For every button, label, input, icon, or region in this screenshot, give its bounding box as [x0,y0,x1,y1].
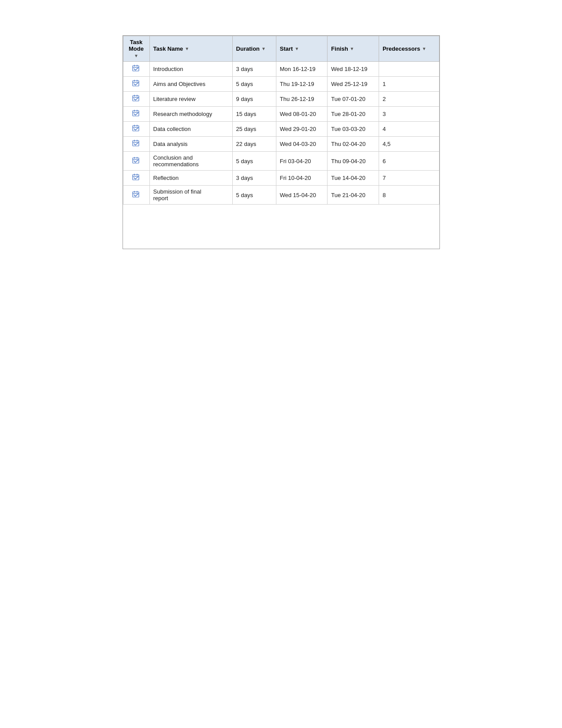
task-name-cell: Submission of finalreport [149,186,232,205]
task-name-cell: Reflection [149,171,232,186]
table-row[interactable]: Reflection3 daysFri 10-04-20Tue 14-04-20… [123,171,439,186]
task-name-cell: Literature review [149,92,232,107]
task-mode-icon [132,157,140,166]
finish-cell: Tue 28-01-20 [328,107,379,122]
predecessors-dropdown-icon[interactable]: ▼ [422,46,426,51]
duration-cell: 3 days [232,62,276,77]
table-row[interactable]: Research methodology15 daysWed 08-01-20T… [123,107,439,122]
task-mode-icon [132,139,140,149]
task-mode-cell [123,62,149,77]
finish-dropdown-icon[interactable]: ▼ [350,46,354,51]
task-name-text: Aims and Objectives [153,81,206,87]
duration-cell: 5 days [232,186,276,205]
header-finish-label: Finish [331,45,348,52]
finish-cell: Wed 18-12-19 [328,62,379,77]
task-mode-icon [132,124,140,134]
finish-cell: Thu 02-04-20 [328,137,379,152]
predecessors-cell: 4,5 [379,137,439,152]
start-cell: Wed 04-03-20 [276,137,328,152]
predecessors-cell: 6 [379,152,439,171]
task-name-cell: Data analysis [149,137,232,152]
task-mode-icon [132,94,140,104]
duration-cell: 3 days [232,171,276,186]
header-predecessors[interactable]: Predecessors ▼ [379,36,439,62]
extra-space [123,205,439,249]
task-name-cell: Research methodology [149,107,232,122]
task-name-cell: Introduction [149,62,232,77]
predecessors-cell: 8 [379,186,439,205]
header-task-name-label: Task Name [153,45,183,52]
table-row[interactable]: Data analysis22 daysWed 04-03-20Thu 02-0… [123,137,439,152]
header-task-mode-line2: Mode [127,45,146,52]
duration-cell: 25 days [232,122,276,137]
task-mode-icon [132,64,140,74]
task-mode-cell [123,107,149,122]
task-mode-cell [123,152,149,171]
task-name-text: Literature review [153,96,196,102]
task-name-text: Data collection [153,126,191,132]
duration-cell: 5 days [232,77,276,92]
finish-cell: Tue 21-04-20 [328,186,379,205]
table-row[interactable]: Submission of finalreport5 daysWed 15-04… [123,186,439,205]
duration-cell: 15 days [232,107,276,122]
task-name-text: Submission of final [153,188,201,195]
header-duration-label: Duration [236,45,260,52]
task-name-cell: Data collection [149,122,232,137]
start-cell: Fri 10-04-20 [276,171,328,186]
header-start[interactable]: Start ▼ [276,36,328,62]
duration-dropdown-icon[interactable]: ▼ [261,46,266,51]
finish-cell: Tue 07-01-20 [328,92,379,107]
task-name-cell: Aims and Objectives [149,77,232,92]
finish-cell: Tue 14-04-20 [328,171,379,186]
duration-cell: 9 days [232,92,276,107]
start-cell: Wed 15-04-20 [276,186,328,205]
start-cell: Mon 16-12-19 [276,62,328,77]
start-cell: Fri 03-04-20 [276,152,328,171]
finish-cell: Thu 09-04-20 [328,152,379,171]
task-name-cell: Conclusion andrecommendations [149,152,232,171]
task-mode-cell [123,171,149,186]
predecessors-cell: 1 [379,77,439,92]
start-cell: Thu 26-12-19 [276,92,328,107]
table-row[interactable]: Literature review9 daysThu 26-12-19Tue 0… [123,92,439,107]
header-task-mode[interactable]: Task Mode ▼ [123,36,149,62]
task-mode-cell [123,77,149,92]
table-row[interactable]: Data collection25 daysWed 29-01-20Tue 03… [123,122,439,137]
task-mode-icon [132,190,140,200]
task-name-text: report [153,195,168,202]
start-cell: Wed 08-01-20 [276,107,328,122]
start-dropdown-icon[interactable]: ▼ [294,46,299,51]
predecessors-cell: 4 [379,122,439,137]
task-name-text: Conclusion and [153,154,193,161]
task-mode-icon [132,109,140,119]
start-cell: Wed 29-01-20 [276,122,328,137]
table-row[interactable]: Introduction3 daysMon 16-12-19Wed 18-12-… [123,62,439,77]
task-name-text: recommendations [153,161,199,168]
task-mode-dropdown-icon[interactable]: ▼ [134,53,138,58]
predecessors-cell [379,62,439,77]
duration-cell: 22 days [232,137,276,152]
predecessors-cell: 7 [379,171,439,186]
task-mode-cell [123,137,149,152]
table-row[interactable]: Aims and Objectives5 daysThu 19-12-19Wed… [123,77,439,92]
task-name-dropdown-icon[interactable]: ▼ [185,46,189,51]
header-task-mode-line1: Task [127,39,146,45]
header-duration[interactable]: Duration ▼ [232,36,276,62]
header-predecessors-label: Predecessors [383,45,420,52]
header-finish[interactable]: Finish ▼ [328,36,379,62]
duration-cell: 5 days [232,152,276,171]
header-task-name[interactable]: Task Name ▼ [149,36,232,62]
finish-cell: Wed 25-12-19 [328,77,379,92]
task-name-text: Data analysis [153,141,188,147]
predecessors-cell: 3 [379,107,439,122]
project-table: Task Mode ▼ Task Name ▼ Duration ▼ [123,35,440,249]
task-mode-cell [123,186,149,205]
task-mode-cell [123,122,149,137]
task-name-text: Introduction [153,66,183,72]
header-start-label: Start [280,45,293,52]
predecessors-cell: 2 [379,92,439,107]
task-mode-icon [132,79,140,89]
task-name-text: Research methodology [153,111,212,117]
task-name-text: Reflection [153,175,179,181]
table-row[interactable]: Conclusion andrecommendations5 daysFri 0… [123,152,439,171]
